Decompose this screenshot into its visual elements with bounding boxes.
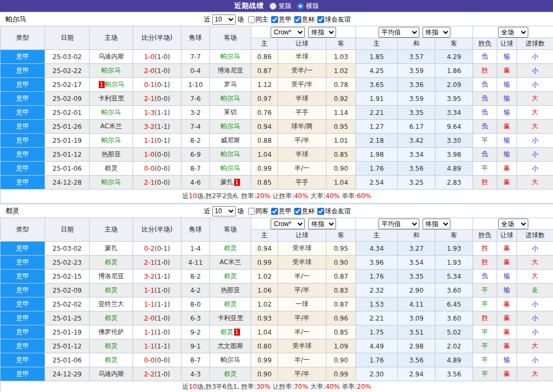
match-row: 意甲24-12-28帕尔马2-1(0-0)4-6蒙扎10.85平手1.042.5…: [1, 176, 553, 190]
home-team: 帕尔马: [90, 106, 133, 120]
league-option-0[interactable]: 意甲: [268, 15, 292, 24]
layout-option-vertical[interactable]: 竖版: [270, 2, 292, 11]
team-label: 都灵: [105, 342, 118, 350]
goals-result-cell: 小: [517, 162, 553, 176]
col-type-header: 类型: [1, 218, 45, 242]
euro-home-odds: 3.65: [356, 78, 398, 92]
handicap-cell: 平/半: [278, 311, 326, 325]
handicap-cell: 受半/一: [278, 64, 326, 78]
final-index-select-2[interactable]: 终指: [423, 219, 450, 229]
league-checkbox-0[interactable]: [271, 208, 278, 215]
full-match-select[interactable]: 全场: [498, 219, 528, 229]
summary-stat-label: 场,胜2平2负6, 胜率:: [197, 192, 256, 200]
league-checkbox-0[interactable]: [271, 16, 278, 23]
result-text: 胜: [482, 244, 488, 252]
same-venue-option[interactable]: 同主: [245, 15, 268, 24]
fulltime-score: 1-1: [144, 343, 155, 350]
full-match-select[interactable]: 全场: [498, 27, 528, 38]
league-option-1[interactable]: 意杯: [292, 15, 315, 24]
score-cell: 1-3(1-1): [133, 106, 181, 120]
team-label: 莱切: [224, 108, 237, 116]
league-label-0: 意甲: [279, 207, 292, 216]
team-label: 热那亚: [221, 286, 240, 294]
fulltime-score: 1-0: [144, 53, 155, 61]
result-text: 平: [482, 342, 488, 350]
corner-cell: 8-2: [181, 270, 210, 284]
team-name: 都灵: [5, 206, 19, 216]
fulltime-score: 2-2: [144, 371, 155, 378]
summary-stat-label: 单率:: [340, 383, 357, 390]
crow-select[interactable]: Crow*: [271, 219, 305, 229]
match-date: 25-01-19: [45, 134, 90, 148]
radio-vertical-icon[interactable]: [270, 3, 276, 10]
euro-away-odds: 6.45: [435, 297, 473, 311]
match-date: 25-02-23: [45, 256, 90, 270]
handicap-cell: 平/半: [278, 134, 326, 148]
asia-home-odds: 0.86: [251, 50, 278, 64]
result-text: 负: [482, 108, 488, 116]
asia-home-odds: 0.94: [251, 120, 278, 134]
summary-stat-label: 让胜率:: [271, 383, 294, 390]
result-cell: 负: [473, 50, 497, 64]
fulltime-score: 1-1: [144, 137, 155, 144]
team-label: 威尼斯: [221, 136, 240, 144]
goals-result-cell: 大: [517, 339, 553, 353]
league-option-2[interactable]: 球会友谊: [315, 15, 351, 24]
red-card-badge: 1: [99, 81, 105, 88]
league-checkbox-2[interactable]: [317, 16, 324, 23]
result-text: 负: [482, 53, 488, 60]
score-cell: 1-1(1-1): [133, 339, 181, 353]
euro-draw-odds: 3.34: [398, 148, 435, 162]
asia-home-odds: 0.99: [251, 162, 278, 176]
league-option-2[interactable]: 球会友谊: [315, 207, 351, 216]
asia-home-odds: 1.12: [251, 78, 278, 92]
league-checkbox-2[interactable]: [317, 208, 324, 215]
league-checkbox-1[interactable]: [294, 16, 301, 23]
crow-select[interactable]: Crow*: [271, 27, 305, 38]
final-index-select[interactable]: 终指: [308, 27, 336, 38]
count-select[interactable]: 10: [212, 14, 236, 25]
goals-result-text: 小: [532, 356, 539, 364]
asia-home-header: 主: [251, 230, 278, 242]
result-text: 平: [482, 286, 488, 294]
radio-horizontal-icon[interactable]: [297, 3, 304, 10]
euro-home-odds: 2.21: [356, 106, 398, 120]
average-select[interactable]: 平均值: [379, 27, 419, 38]
goals-result-cell: 小: [517, 78, 553, 92]
asia-away-header: 客: [326, 38, 356, 50]
layout-option-horizontal[interactable]: 横版: [297, 2, 319, 11]
match-date: 25-02-17: [45, 78, 90, 92]
away-team: 都灵: [210, 270, 251, 284]
league-checkbox-1[interactable]: [294, 208, 301, 215]
average-select[interactable]: 平均值: [379, 219, 419, 229]
same-venue-checkbox[interactable]: [248, 208, 255, 215]
euro-draw-odds: 3.51: [398, 325, 435, 339]
count-select[interactable]: 10: [212, 206, 236, 216]
asia-home-odds: 0.88: [251, 134, 278, 148]
final-index-select[interactable]: 终指: [308, 219, 336, 229]
league-option-0[interactable]: 意甲: [268, 207, 292, 216]
fulltime-score: 0-0: [144, 165, 155, 172]
league-option-1[interactable]: 意杯: [292, 207, 315, 216]
euro-odds-group-header: 平均值终指: [356, 218, 473, 230]
handicap-result-cell: 输: [497, 270, 517, 284]
team-label: 都灵: [105, 258, 118, 266]
euro-home-odds: 4.25: [356, 64, 398, 78]
summary-stat-value: 70%: [294, 383, 309, 390]
euro-home-odds: 1.76: [356, 162, 398, 176]
result-cell: 胜: [473, 311, 497, 325]
halftime-score: (0-0): [155, 165, 170, 172]
final-index-select-2[interactable]: 终指: [423, 27, 450, 38]
match-date: 24-12-29: [45, 367, 90, 381]
league-type-cell: 意甲: [1, 242, 45, 256]
euro-away-odds: 5.34: [435, 270, 473, 284]
same-venue-option[interactable]: 同客: [245, 207, 268, 216]
handicap-result-text: 输: [504, 53, 510, 60]
goals-result-cell: 小: [517, 64, 553, 78]
euro-draw-odds: 3.25: [398, 176, 435, 190]
same-venue-checkbox[interactable]: [248, 16, 255, 23]
score-cell: 2-2(1-0): [133, 367, 181, 381]
home-team: 乌迪内斯: [90, 367, 133, 381]
handicap-result-cell: 赢: [497, 297, 517, 311]
stats-table: 类型日期主场比分(半场)角球客场Crow*终指平均值终指全场主让球客主和客胜负让…: [0, 26, 553, 204]
